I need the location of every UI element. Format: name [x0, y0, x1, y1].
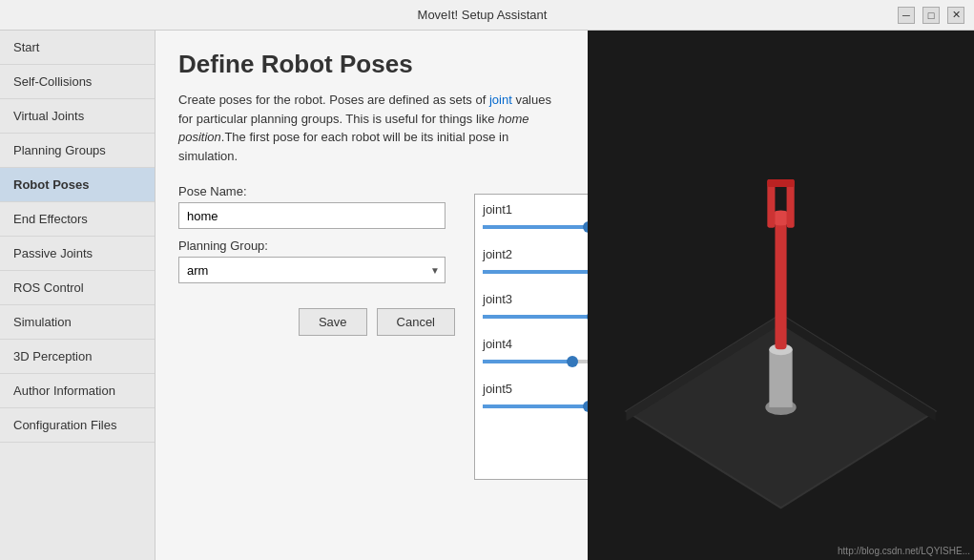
content-area: Define Robot Poses Create poses for the … — [155, 31, 588, 560]
page-title: Define Robot Poses — [178, 50, 565, 79]
joint-slider-row-2: 0.0000 — [483, 310, 588, 323]
joint-slider-row-1: 0.0000 — [483, 265, 588, 279]
joint-slider-0[interactable] — [483, 225, 588, 229]
description: Create poses for the robot. Poses are de… — [178, 91, 565, 165]
pose-name-label: Pose Name: — [178, 184, 455, 198]
joints-section: joint10.0000joint20.0000joint30.0000join… — [474, 184, 588, 480]
joint-row-2: joint30.0000 — [483, 292, 588, 323]
joint-slider-row-0: 0.0000 — [483, 220, 588, 234]
pose-name-row: Pose Name: — [178, 184, 455, 229]
joint-label-0: joint1 — [483, 202, 588, 217]
planning-group-select-wrap: arm gripper ▼ — [178, 257, 446, 283]
sidebar-item-self-collisions[interactable]: Self-Collisions — [0, 65, 155, 99]
joint-row-0: joint10.0000 — [483, 202, 588, 234]
cancel-button[interactable]: Cancel — [377, 308, 455, 336]
joint-slider-row-4: 0.0000 — [483, 400, 588, 413]
sidebar-item-ros-control[interactable]: ROS Control — [0, 271, 155, 305]
close-button[interactable]: ✕ — [947, 7, 964, 24]
joint-label-2: joint3 — [483, 292, 588, 306]
sidebar-item-configuration-files[interactable]: Configuration Files — [0, 408, 155, 443]
3d-view: http://blog.csdn.net/LQYISHE... — [588, 31, 974, 560]
sidebar-item-planning-groups[interactable]: Planning Groups — [0, 134, 155, 168]
scene-svg — [588, 31, 974, 560]
joints-panel[interactable]: joint10.0000joint20.0000joint30.0000join… — [474, 194, 588, 480]
planning-group-label: Planning Group: — [178, 239, 455, 253]
sidebar-item-simulation[interactable]: Simulation — [0, 305, 155, 340]
window-title: MoveIt! Setup Assistant — [67, 8, 898, 22]
sidebar-item-end-effectors[interactable]: End Effectors — [0, 202, 155, 237]
sidebar-item-passive-joints[interactable]: Passive Joints — [0, 237, 155, 271]
window-controls: ─ □ ✕ — [898, 7, 964, 24]
save-button[interactable]: Save — [299, 308, 367, 336]
watermark: http://blog.csdn.net/LQYISHE... — [838, 546, 970, 556]
joint-row-4: joint50.0000 — [483, 382, 588, 413]
sidebar-item-start[interactable]: Start — [0, 31, 155, 65]
home-position-em: home position — [178, 112, 529, 145]
svg-rect-10 — [767, 179, 794, 187]
restore-button[interactable]: □ — [922, 7, 940, 24]
svg-rect-6 — [775, 218, 786, 350]
sidebar-item-3d-perception[interactable]: 3D Perception — [0, 340, 155, 374]
svg-rect-4 — [769, 349, 792, 407]
joint-slider-3[interactable] — [483, 360, 588, 363]
joint-row-3: joint40.0000 — [483, 337, 588, 368]
sidebar-item-author-information[interactable]: Author Information — [0, 374, 155, 408]
titlebar: MoveIt! Setup Assistant ─ □ ✕ — [0, 0, 974, 31]
sidebar-item-virtual-joints[interactable]: Virtual Joints — [0, 99, 155, 134]
sidebar-item-robot-poses[interactable]: Robot Poses — [0, 168, 155, 202]
pose-name-input[interactable] — [178, 202, 446, 229]
joint-row-1: joint20.0000 — [483, 247, 588, 279]
form-and-joints: Pose Name: Planning Group: arm gripper ▼… — [178, 184, 565, 480]
joint-slider-1[interactable] — [483, 270, 588, 274]
form-section: Pose Name: Planning Group: arm gripper ▼… — [178, 184, 455, 336]
main-layout: StartSelf-CollisionsVirtual JointsPlanni… — [0, 31, 974, 560]
joint-label-4: joint5 — [483, 382, 588, 396]
joint-slider-row-3: 0.0000 — [483, 355, 588, 368]
minimize-button[interactable]: ─ — [898, 7, 915, 24]
joints-scroll-content: joint10.0000joint20.0000joint30.0000join… — [475, 195, 588, 434]
joint-slider-2[interactable] — [483, 315, 588, 319]
buttons-row: Save Cancel — [178, 308, 455, 336]
joint-link[interactable]: joint — [489, 93, 512, 107]
joint-slider-4[interactable] — [483, 404, 588, 408]
planning-group-row: Planning Group: arm gripper ▼ — [178, 239, 455, 283]
joint-label-3: joint4 — [483, 337, 588, 351]
joint-label-1: joint2 — [483, 247, 588, 261]
planning-group-select[interactable]: arm gripper — [178, 257, 446, 283]
sidebar: StartSelf-CollisionsVirtual JointsPlanni… — [0, 31, 155, 560]
